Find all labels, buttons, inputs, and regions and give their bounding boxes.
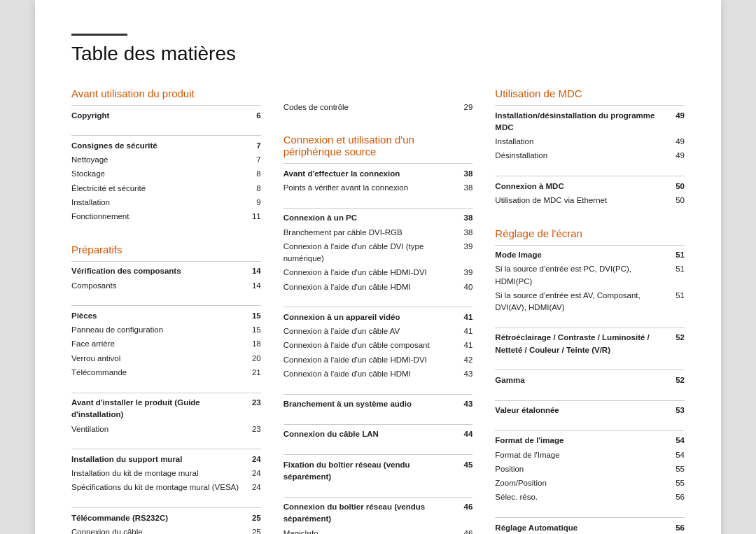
toc-entry: Stockage8 bbox=[71, 167, 261, 181]
toc-entry-page: 38 bbox=[464, 182, 473, 194]
toc-entry: Connexion du câble LAN44 bbox=[284, 428, 473, 442]
toc-entry-page: 54 bbox=[676, 449, 685, 461]
toc-entry: Consignes de sécurité7 bbox=[71, 139, 261, 153]
toc-entry-page: 24 bbox=[252, 454, 261, 465]
toc-group: Pièces15Panneau de configuration15Face a… bbox=[71, 305, 261, 379]
section-title-0-1: Préparatifs bbox=[71, 244, 261, 255]
toc-entry-page: 52 bbox=[676, 374, 685, 386]
toc-entry-page: 51 bbox=[676, 249, 685, 261]
toc-entry-page: 6 bbox=[256, 110, 260, 122]
toc-entry-label: Sélec. réso. bbox=[495, 491, 676, 503]
toc-entry: Connexion du boîtier réseau (vendus sépa… bbox=[284, 500, 473, 527]
toc-separator bbox=[284, 208, 473, 209]
toc-entry: Installation9 bbox=[71, 195, 261, 209]
toc-entry-label: Zoom/Position bbox=[495, 477, 676, 489]
toc-entry-label: Avant d'effectuer la connexion bbox=[284, 168, 464, 180]
toc-entry-page: 20 bbox=[252, 353, 261, 365]
section-title-0-0: Avant utilisation du produit bbox=[71, 87, 261, 99]
toc-entry-page: 49 bbox=[676, 136, 685, 148]
toc-entry-label: Si la source d'entrée est PC, DVI(PC), H… bbox=[495, 263, 676, 288]
toc-entry: Connexion à l'aide d'un câble HDMI-DVI42 bbox=[284, 353, 473, 367]
toc-entry-label: Panneau de configuration bbox=[71, 324, 252, 336]
toc-group: Connexion du boîtier réseau (vendus sépa… bbox=[284, 497, 473, 535]
toc-entry: Avant d'installer le produit (Guide d'in… bbox=[71, 396, 261, 423]
toc-entry-page: 24 bbox=[252, 468, 261, 479]
toc-group: Télécommande (RS232C)25Connexion du câbl… bbox=[71, 507, 261, 534]
toc-separator bbox=[495, 400, 685, 401]
toc-group: Installation du support mural24Installat… bbox=[71, 449, 261, 495]
toc-entry-page: 38 bbox=[464, 227, 473, 239]
toc-entry-page: 51 bbox=[676, 263, 685, 288]
toc-group: Vérification des composants14Composants1… bbox=[71, 261, 261, 293]
toc-entry-page: 49 bbox=[676, 150, 685, 162]
toc-entry-page: 8 bbox=[256, 168, 260, 180]
toc-entry-label: Connexion à l'aide d'un câble composant bbox=[284, 339, 464, 351]
toc-separator bbox=[71, 261, 261, 262]
toc-entry-label: Fonctionnement bbox=[71, 211, 252, 223]
toc-entry-label: Électricité et sécurité bbox=[71, 183, 256, 195]
toc-entry-label: Connexion à l'aide d'un câble HDMI bbox=[284, 368, 464, 380]
toc-entry-page: 14 bbox=[252, 280, 261, 292]
toc-entry-page: 41 bbox=[464, 339, 473, 351]
toc-separator bbox=[495, 517, 685, 518]
toc-entry-label: Composants bbox=[71, 280, 252, 292]
toc-entry-label: Télécommande bbox=[71, 367, 252, 379]
toc-group: Branchement à un système audio43 bbox=[284, 394, 473, 412]
toc-entry: Verrou antivol20 bbox=[71, 351, 261, 365]
toc-entry: Réglage Automatique56 bbox=[495, 521, 685, 534]
toc-entry-label: Codes de contrôle bbox=[284, 101, 464, 113]
toc-entry-page: 39 bbox=[464, 241, 473, 265]
toc-entry-page: 53 bbox=[676, 405, 685, 416]
toc-entry-label: Installation du support mural bbox=[71, 454, 252, 465]
toc-entry-label: Connexion à l'aide d'un câble HDMI-DVI bbox=[284, 354, 464, 366]
toc-group: Gamma52 bbox=[495, 370, 685, 387]
toc-entry-page: 55 bbox=[676, 463, 685, 475]
toc-entry-page: 15 bbox=[252, 310, 261, 322]
toc-entry-page: 54 bbox=[676, 435, 685, 447]
toc-entry: Connexion à l'aide d'un câble AV41 bbox=[284, 325, 473, 339]
page: Table des matières Avant utilisation du … bbox=[35, 0, 721, 534]
toc-entry-label: Connexion à un appareil vidéo bbox=[284, 311, 464, 323]
toc-entry-page: 7 bbox=[256, 140, 260, 152]
toc-entry-page: 25 bbox=[252, 526, 261, 534]
toc-entry-label: Gamma bbox=[495, 374, 676, 386]
toc-entry-label: Installation bbox=[495, 136, 676, 148]
toc-group: Valeur étalonnée53 bbox=[495, 400, 685, 418]
toc-entry-page: 49 bbox=[676, 110, 685, 134]
toc-entry-label: Installation bbox=[71, 197, 256, 209]
toc-group: Codes de contrôle29 bbox=[284, 100, 473, 114]
toc-entry-page: 21 bbox=[252, 367, 261, 379]
toc-entry-label: Position bbox=[495, 463, 676, 475]
toc-entry: Zoom/Position55 bbox=[495, 477, 685, 491]
toc-entry: Sélec. réso.56 bbox=[495, 491, 685, 505]
toc-entry-label: Connexion à l'aide d'un câble HDMI-DVI bbox=[284, 267, 464, 279]
toc-entry-page: 46 bbox=[464, 528, 473, 535]
toc-separator bbox=[495, 245, 685, 246]
toc-entry-label: Ventilation bbox=[71, 423, 252, 435]
toc-entry-label: Avant d'installer le produit (Guide d'in… bbox=[71, 397, 252, 421]
toc-group: Mode Image51Si la source d'entrée est PC… bbox=[495, 245, 685, 315]
toc-entry: Utilisation de MDC via Ethernet50 bbox=[495, 193, 685, 207]
toc-separator bbox=[71, 507, 261, 508]
toc-entry-page: 38 bbox=[464, 168, 473, 180]
toc-entry-label: Connexion à l'aide d'un câble HDMI bbox=[284, 281, 464, 293]
toc-entry-label: Connexion du boîtier réseau (vendus sépa… bbox=[284, 501, 464, 526]
toc-entry-page: 14 bbox=[252, 265, 261, 277]
toc-entry-page: 56 bbox=[676, 491, 685, 503]
toc-entry-page: 41 bbox=[464, 311, 473, 323]
toc-entry-page: 40 bbox=[464, 281, 473, 293]
toc-entry-label: Si la source d'entrée est AV, Composant,… bbox=[495, 290, 676, 314]
toc-entry-page: 43 bbox=[464, 368, 473, 380]
toc-entry-label: Télécommande (RS232C) bbox=[71, 512, 252, 524]
toc-entry-label: Copyright bbox=[71, 110, 256, 122]
toc-separator bbox=[495, 105, 685, 106]
toc-entry-label: Branchement à un système audio bbox=[284, 398, 464, 410]
toc-separator bbox=[284, 394, 473, 395]
toc-entry: Installation/désinstallation du programm… bbox=[495, 108, 685, 135]
toc-separator bbox=[495, 430, 685, 431]
toc-separator bbox=[284, 454, 473, 455]
toc-entry-page: 51 bbox=[676, 290, 685, 314]
toc-entry-label: Verrou antivol bbox=[71, 353, 252, 365]
toc-entry: Copyright6 bbox=[71, 108, 261, 122]
toc-entry-page: 7 bbox=[256, 154, 260, 166]
